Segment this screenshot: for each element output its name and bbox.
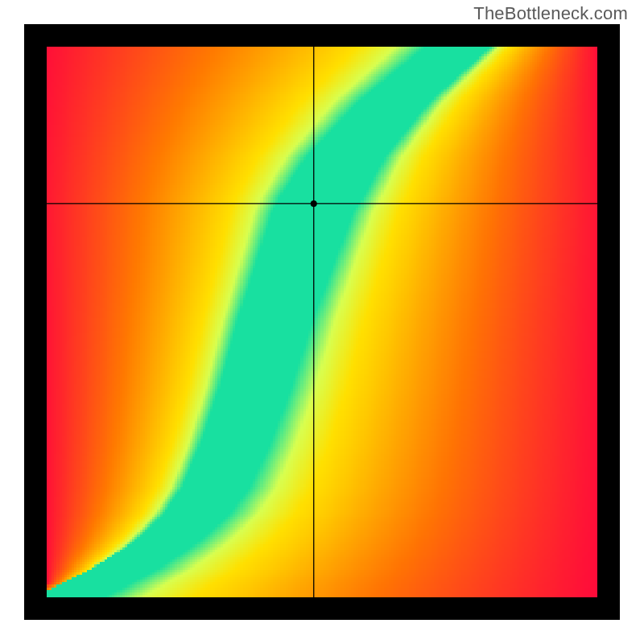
watermark-text: TheBottleneck.com xyxy=(473,3,628,24)
chart-container: TheBottleneck.com xyxy=(0,0,644,644)
bottleneck-heatmap xyxy=(24,24,620,620)
